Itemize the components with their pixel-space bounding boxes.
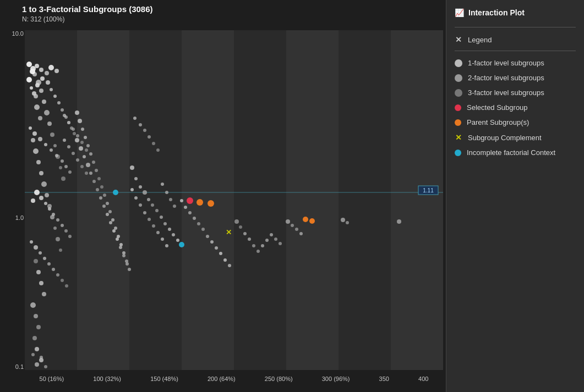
svg-point-125 <box>125 262 129 266</box>
svg-rect-6 <box>339 30 391 370</box>
svg-point-197 <box>54 69 59 73</box>
svg-rect-1 <box>77 30 129 370</box>
svg-point-142 <box>148 218 151 221</box>
svg-point-54 <box>50 88 53 91</box>
legend-item-complement: ✕ Subgroup Complement <box>455 133 576 142</box>
svg-point-47 <box>30 86 33 90</box>
svg-point-114 <box>89 172 92 175</box>
svg-point-95 <box>89 152 92 156</box>
svg-point-23 <box>59 166 62 169</box>
svg-point-30 <box>45 193 49 197</box>
x-label-100: 100 (32%) <box>93 376 121 382</box>
x-label-250: 250 (80%) <box>265 376 293 382</box>
svg-point-172 <box>265 239 269 242</box>
svg-point-77 <box>56 218 59 222</box>
svg-point-94 <box>86 144 90 147</box>
svg-point-140 <box>139 203 142 207</box>
svg-point-146 <box>165 244 168 247</box>
svg-point-217 <box>165 191 168 194</box>
svg-point-124 <box>122 254 125 257</box>
svg-point-83 <box>39 251 42 255</box>
svg-point-108 <box>125 260 128 263</box>
legend-dot-1factor <box>455 59 462 67</box>
svg-point-218 <box>169 198 172 201</box>
y-axis: 10.0 1.0 0.1 <box>3 30 24 370</box>
svg-point-187 <box>40 356 43 359</box>
svg-point-144 <box>156 231 160 234</box>
svg-point-154 <box>210 240 214 244</box>
svg-point-135 <box>168 228 171 231</box>
legend-item-parent: Parent Subgroup(s) <box>455 118 576 126</box>
svg-point-102 <box>108 210 112 213</box>
legend-item-incomplete: Incomplete factorial Context <box>455 148 576 157</box>
svg-point-113 <box>86 163 90 167</box>
svg-point-171 <box>261 244 264 247</box>
legend-label-1factor: 1-factor level subgroups <box>468 59 544 67</box>
svg-point-109 <box>128 268 131 271</box>
svg-point-166 <box>239 225 242 229</box>
svg-point-92 <box>81 128 84 131</box>
svg-point-34 <box>56 237 60 241</box>
legend-dot-incomplete <box>455 150 461 156</box>
svg-point-161 <box>208 200 214 207</box>
x-label-400: 400 <box>418 376 428 382</box>
svg-point-137 <box>176 239 179 242</box>
svg-point-203 <box>85 148 88 152</box>
svg-point-15 <box>34 104 40 110</box>
svg-point-75 <box>48 207 51 211</box>
svg-point-194 <box>39 68 43 72</box>
svg-point-63 <box>32 131 37 136</box>
svg-point-169 <box>252 244 255 247</box>
svg-text:1.11: 1.11 <box>423 187 434 194</box>
svg-point-120 <box>109 221 112 224</box>
svg-point-214 <box>152 142 155 145</box>
svg-point-72 <box>34 190 40 195</box>
svg-point-200 <box>72 128 75 131</box>
svg-point-153 <box>206 235 209 238</box>
svg-point-56 <box>57 101 61 104</box>
svg-point-87 <box>56 273 59 277</box>
svg-point-43 <box>32 336 37 340</box>
svg-point-25 <box>31 138 35 142</box>
svg-point-123 <box>119 246 122 249</box>
svg-point-36 <box>34 259 38 263</box>
legend-label-selected: Selected Subgroup <box>467 103 528 112</box>
svg-point-52 <box>40 76 45 81</box>
svg-point-79 <box>64 229 68 233</box>
svg-point-136 <box>172 233 175 236</box>
svg-point-21 <box>53 144 57 147</box>
svg-point-129 <box>143 190 147 195</box>
svg-point-41 <box>34 314 38 318</box>
svg-point-157 <box>223 258 227 262</box>
svg-point-61 <box>73 132 76 135</box>
svg-point-151 <box>197 222 200 225</box>
svg-point-127 <box>134 177 138 180</box>
svg-point-211 <box>139 123 142 126</box>
svg-point-152 <box>201 228 205 231</box>
svg-point-28 <box>39 171 43 175</box>
svg-point-155 <box>215 246 218 250</box>
svg-point-14 <box>39 89 43 93</box>
legend-x-item: ✕ Legend <box>455 35 576 44</box>
svg-point-170 <box>256 250 260 253</box>
svg-point-89 <box>65 284 68 288</box>
svg-point-66 <box>50 148 53 152</box>
svg-point-195 <box>45 71 49 75</box>
svg-point-18 <box>44 110 50 115</box>
legend-dot-3factor <box>455 89 462 97</box>
chart-area: 1 to 3-Factorial Subgroups (3086) N: 312… <box>0 0 446 392</box>
svg-text:✕: ✕ <box>226 228 232 236</box>
svg-point-132 <box>155 209 159 212</box>
chart-subtitle: N: 312 (100%) <box>22 15 64 23</box>
svg-point-81 <box>30 240 33 244</box>
svg-point-68 <box>61 159 64 163</box>
svg-point-160 <box>197 199 203 206</box>
svg-point-173 <box>270 233 273 236</box>
legend-divider-1 <box>455 27 576 27</box>
legend-label-incomplete: Incomplete factorial Context <box>467 148 555 157</box>
svg-point-184 <box>397 219 401 224</box>
chart-title: 1 to 3-Factorial Subgroups (3086) <box>22 4 153 14</box>
svg-point-175 <box>279 242 282 245</box>
svg-point-119 <box>106 213 109 216</box>
svg-point-205 <box>67 145 70 148</box>
